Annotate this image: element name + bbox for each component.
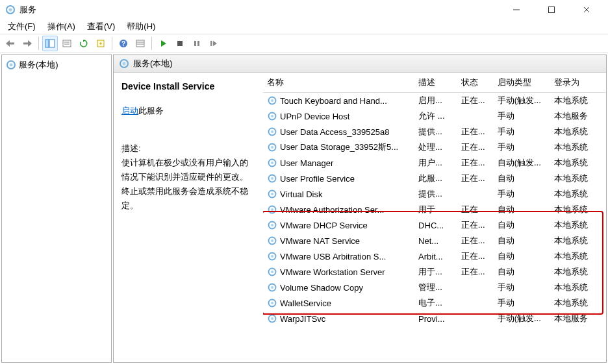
menu-action[interactable]: 操作(A) [47, 21, 75, 32]
svg-point-46 [271, 239, 273, 242]
svg-rect-16 [136, 40, 144, 47]
svg-point-30 [271, 115, 273, 117]
stop-service-button[interactable] [172, 36, 188, 51]
svg-point-50 [271, 271, 273, 273]
menu-file[interactable]: 文件(F) [8, 21, 36, 32]
column-startup[interactable]: 启动类型 [498, 77, 555, 88]
svg-point-28 [271, 99, 273, 102]
toolbar-separator [38, 37, 39, 50]
export-button[interactable] [93, 36, 108, 51]
svg-rect-8 [45, 40, 49, 47]
toolbar-separator [151, 37, 152, 50]
menu-view[interactable]: 查看(V) [87, 21, 115, 32]
start-service-button[interactable] [155, 36, 171, 51]
gear-icon [267, 267, 277, 277]
service-row[interactable]: WarpJITSvc Provi... 手动(触发... 本地服务 [263, 311, 606, 326]
restart-service-button[interactable] [206, 36, 222, 51]
svg-rect-22 [210, 41, 212, 46]
content-header-title: 服务(本地) [133, 58, 173, 69]
svg-point-40 [271, 193, 273, 195]
minimize-button[interactable] [507, 3, 526, 17]
svg-point-24 [10, 64, 13, 67]
description-text: 使计算机在极少或没有用户输入的情况下能识别并适应硬件的更改。终止或禁用此服务会造… [121, 156, 255, 213]
svg-point-44 [271, 224, 273, 226]
service-row[interactable]: VMware Authorization Ser... 用于... 正在... … [263, 202, 606, 217]
menu-help[interactable]: 帮助(H) [127, 21, 155, 32]
toolbar: ? [0, 34, 608, 53]
svg-point-38 [271, 177, 273, 180]
gear-icon [267, 220, 277, 230]
column-desc[interactable]: 描述 [418, 77, 461, 88]
gear-icon [267, 282, 277, 293]
service-row[interactable]: User Data Access_339525a8 提供... 正在... 手动… [263, 124, 606, 140]
content-header: 服务(本地) [114, 55, 606, 73]
sidebar: 服务(本地) [1, 55, 112, 363]
start-link[interactable]: 启动 [121, 106, 138, 115]
column-logon[interactable]: 登录为 [554, 77, 606, 88]
service-row[interactable]: UPnP Device Host 允许 ... 手动 本地服务 [263, 108, 606, 124]
gear-icon [267, 251, 277, 261]
pause-service-button[interactable] [189, 36, 205, 51]
svg-rect-19 [177, 41, 183, 46]
svg-point-26 [123, 62, 126, 66]
svg-rect-3 [549, 7, 555, 13]
gear-icon [267, 95, 277, 106]
gear-icon [267, 236, 277, 246]
svg-rect-21 [197, 41, 199, 46]
service-row[interactable]: VMware NAT Service Net... 正在... 自动 本地系统 [263, 233, 606, 249]
svg-point-1 [9, 8, 12, 12]
list-header: 名称 描述 状态 启动类型 登录为 [263, 73, 606, 93]
gear-icon [267, 204, 277, 215]
back-button[interactable] [3, 36, 18, 51]
forward-button[interactable] [19, 36, 35, 51]
content-body: Device Install Service 启动此服务 描述: 使计算机在极少… [114, 73, 606, 362]
titlebar: 服务 [0, 0, 608, 19]
gear-icon [267, 158, 277, 168]
list-button[interactable] [133, 36, 148, 51]
service-row[interactable]: VMware DHCP Service DHC... 正在... 自动 本地系统 [263, 217, 606, 233]
svg-point-34 [271, 146, 273, 149]
refresh-button[interactable] [76, 36, 92, 51]
svg-point-36 [271, 162, 273, 164]
svg-rect-20 [194, 41, 196, 46]
service-row[interactable]: WalletService 电子... 手动 本地系统 [263, 295, 606, 311]
description-block: 描述: 使计算机在极少或没有用户输入的情况下能识别并适应硬件的更改。终止或禁用此… [121, 141, 255, 213]
gear-icon [267, 173, 277, 184]
sidebar-item-label: 服务(本地) [19, 59, 58, 71]
gear-icon [267, 313, 277, 324]
properties-button[interactable] [59, 36, 75, 51]
services-icon [6, 60, 16, 70]
svg-point-56 [271, 317, 273, 320]
window-controls [507, 3, 603, 17]
main-area: 服务(本地) 服务(本地) Device Install Service 启动此… [0, 53, 608, 364]
gear-icon [267, 127, 277, 137]
toolbar-separator [112, 37, 112, 50]
service-row[interactable]: Virtual Disk 提供... 手动 本地系统 [263, 186, 606, 202]
service-row[interactable]: User Profile Service 此服... 正在... 自动 本地系统 [263, 171, 606, 186]
app-icon [5, 5, 16, 15]
list-rows: Touch Keyboard and Hand... 启用... 正在... 手… [263, 93, 606, 362]
close-button[interactable] [577, 3, 596, 17]
detail-pane: Device Install Service 启动此服务 描述: 使计算机在极少… [114, 73, 263, 362]
help-button[interactable]: ? [116, 36, 131, 51]
gear-icon [267, 298, 277, 308]
show-hide-tree-button[interactable] [42, 36, 58, 51]
service-row[interactable]: Touch Keyboard and Hand... 启用... 正在... 手… [263, 93, 606, 108]
services-icon [119, 58, 129, 69]
sidebar-item-services-local[interactable]: 服务(本地) [6, 58, 107, 72]
description-label: 描述: [121, 141, 255, 156]
service-row[interactable]: VMware USB Arbitration S... Arbit... 正在.… [263, 249, 606, 264]
action-suffix: 此服务 [138, 106, 164, 115]
service-row[interactable]: VMware Workstation Server 用于... 正在... 自动… [263, 264, 606, 280]
services-list: 名称 描述 状态 启动类型 登录为 Touch Keyboard and Han… [263, 73, 606, 362]
service-row[interactable]: Volume Shadow Copy 管理... 手动 本地系统 [263, 280, 606, 295]
maximize-button[interactable] [542, 3, 561, 17]
service-row[interactable]: User Manager 用户... 正在... 自动(触发... 本地系统 [263, 155, 606, 171]
service-row[interactable]: User Data Storage_33952斯5... 处理... 正在...… [263, 140, 606, 155]
window-title: 服务 [19, 4, 36, 16]
column-status[interactable]: 状态 [461, 77, 498, 88]
content-pane: 服务(本地) Device Install Service 启动此服务 描述: … [113, 55, 607, 363]
svg-rect-6 [9, 43, 14, 45]
svg-text:?: ? [121, 40, 125, 47]
column-name[interactable]: 名称 [263, 77, 418, 88]
